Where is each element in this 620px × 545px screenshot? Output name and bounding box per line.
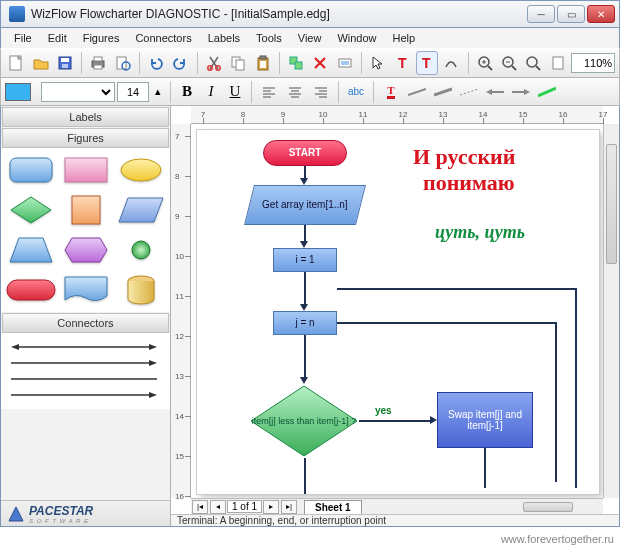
properties-button[interactable] xyxy=(334,51,356,75)
nav-last[interactable]: ▸| xyxy=(281,500,297,514)
menu-window[interactable]: Window xyxy=(330,30,383,46)
text-russian-1[interactable]: И русский xyxy=(413,144,515,170)
connector-line[interactable] xyxy=(11,371,160,387)
svg-rect-52 xyxy=(65,158,107,182)
arrow-start-button[interactable] xyxy=(483,80,507,104)
fill-color-swatch[interactable] xyxy=(5,83,31,101)
zoom-page-button[interactable] xyxy=(547,51,569,75)
status-text: Terminal: A beginning, end, or interrupt… xyxy=(177,515,386,526)
shape-circle-small[interactable] xyxy=(115,232,166,268)
zoom-out-button[interactable] xyxy=(498,51,520,75)
scrollbar-vertical[interactable] xyxy=(603,124,619,498)
zoom-input[interactable] xyxy=(571,53,615,73)
svg-rect-18 xyxy=(339,59,351,67)
shape-parallelogram[interactable] xyxy=(115,192,166,228)
duplicate-button[interactable] xyxy=(285,51,307,75)
zoom-fit-button[interactable] xyxy=(522,51,544,75)
text-tool-bold[interactable]: T xyxy=(416,51,438,75)
font-size-up[interactable]: ▴ xyxy=(151,80,165,104)
undo-button[interactable] xyxy=(145,51,167,75)
menu-file[interactable]: File xyxy=(7,30,39,46)
shape-ellipse[interactable] xyxy=(115,152,166,188)
node-getarray[interactable]: Get array item[1..n] xyxy=(244,185,366,225)
left-panel: Labels Figures Connectors PACESTARS O F … xyxy=(1,106,171,526)
shape-cylinder[interactable] xyxy=(115,272,166,308)
paste-button[interactable] xyxy=(251,51,273,75)
underline-button[interactable]: U xyxy=(224,81,246,103)
connector-double-arrow[interactable] xyxy=(11,339,160,355)
shape-square[interactable] xyxy=(60,192,111,228)
menu-help[interactable]: Help xyxy=(386,30,423,46)
menu-figures[interactable]: Figures xyxy=(76,30,127,46)
nav-prev[interactable]: ◂ xyxy=(210,500,226,514)
menu-edit[interactable]: Edit xyxy=(41,30,74,46)
align-center-button[interactable] xyxy=(283,80,307,104)
scrollbar-horizontal[interactable]: |◂ ◂ 1 of 1 ▸ ▸| Sheet 1 xyxy=(191,498,603,514)
delete-button[interactable] xyxy=(309,51,331,75)
drawing-page[interactable]: START Get array item[1..n] i = 1 j = n i… xyxy=(197,130,599,494)
menu-connectors[interactable]: Connectors xyxy=(128,30,198,46)
shape-diamond[interactable] xyxy=(5,192,56,228)
print-button[interactable] xyxy=(87,51,109,75)
font-size-input[interactable] xyxy=(117,82,149,102)
sheet-tabs: |◂ ◂ 1 of 1 ▸ ▸| Sheet 1 xyxy=(191,499,362,514)
connector-arrow[interactable] xyxy=(11,355,160,371)
node-start[interactable]: START xyxy=(263,140,347,166)
labels-panel-header[interactable]: Labels xyxy=(2,107,169,127)
bold-button[interactable]: B xyxy=(176,81,198,103)
redo-button[interactable] xyxy=(169,51,191,75)
font-family-select[interactable] xyxy=(41,82,115,102)
shape-hexagon[interactable] xyxy=(60,232,111,268)
node-swap[interactable]: Swap item[j] and item[j-1] xyxy=(437,392,533,448)
menu-view[interactable]: View xyxy=(291,30,329,46)
shape-trapezoid[interactable] xyxy=(5,232,56,268)
align-left-button[interactable] xyxy=(257,80,281,104)
line-color-button[interactable] xyxy=(535,80,559,104)
connector-tool[interactable] xyxy=(440,51,462,75)
open-button[interactable] xyxy=(29,51,51,75)
align-right-button[interactable] xyxy=(309,80,333,104)
text-tool-cap[interactable]: T xyxy=(391,51,413,75)
text-russian-2[interactable]: понимаю xyxy=(423,170,515,196)
shape-document[interactable] xyxy=(60,272,111,308)
cut-button[interactable] xyxy=(203,51,225,75)
sheet-tab-1[interactable]: Sheet 1 xyxy=(304,500,362,514)
text-russian-3[interactable]: цуть, цуть xyxy=(435,222,525,243)
ruler-horizontal: 7891011121314151617 xyxy=(191,106,603,124)
svg-line-47 xyxy=(460,89,478,95)
node-decision[interactable]: item[j] less than item[j-1] ? xyxy=(249,384,359,458)
zoom-in-button[interactable] xyxy=(473,51,495,75)
shape-rect[interactable] xyxy=(60,152,111,188)
print-preview-button[interactable] xyxy=(112,51,134,75)
shape-rounded-rect[interactable] xyxy=(5,152,56,188)
maximize-button[interactable]: ▭ xyxy=(557,5,585,23)
connectors-panel-header[interactable]: Connectors xyxy=(2,313,169,333)
svg-line-50 xyxy=(538,88,556,96)
line-style-1[interactable] xyxy=(405,80,429,104)
text-color-button[interactable]: T xyxy=(379,80,403,104)
italic-button[interactable]: I xyxy=(200,81,222,103)
arrow-end-button[interactable] xyxy=(509,80,533,104)
figures-panel-header[interactable]: Figures xyxy=(2,128,169,148)
node-jn[interactable]: j = n xyxy=(273,311,337,335)
save-button[interactable] xyxy=(54,51,76,75)
close-button[interactable]: ✕ xyxy=(587,5,615,23)
copy-button[interactable] xyxy=(227,51,249,75)
format-toolbar: ▴ B I U abc T xyxy=(0,78,620,106)
menu-tools[interactable]: Tools xyxy=(249,30,289,46)
pointer-tool[interactable] xyxy=(367,51,389,75)
shape-pill[interactable] xyxy=(5,272,56,308)
menu-labels[interactable]: Labels xyxy=(201,30,247,46)
svg-line-28 xyxy=(512,66,516,70)
node-i1[interactable]: i = 1 xyxy=(273,248,337,272)
new-button[interactable] xyxy=(5,51,27,75)
minimize-button[interactable]: ─ xyxy=(527,5,555,23)
nav-first[interactable]: |◂ xyxy=(192,500,208,514)
nav-next[interactable]: ▸ xyxy=(263,500,279,514)
svg-rect-3 xyxy=(62,64,68,68)
svg-text:T: T xyxy=(398,55,407,71)
line-style-3[interactable] xyxy=(457,80,481,104)
connector-arrow2[interactable] xyxy=(11,387,160,403)
spellcheck-button[interactable]: abc xyxy=(344,80,368,104)
line-style-2[interactable] xyxy=(431,80,455,104)
